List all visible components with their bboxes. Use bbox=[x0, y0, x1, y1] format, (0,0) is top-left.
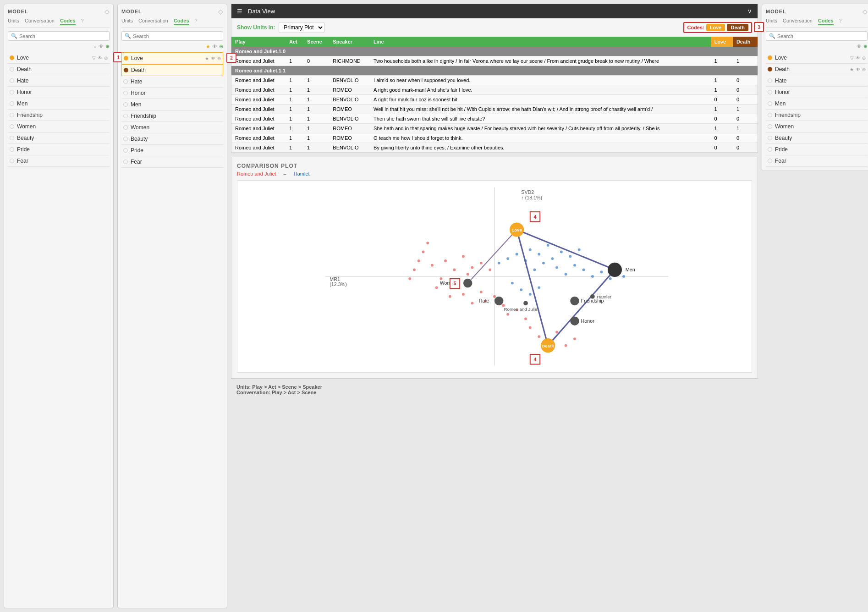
code-hate-right[interactable]: Hate bbox=[766, 75, 868, 87]
search-input-left[interactable] bbox=[19, 33, 106, 39]
remove-icon[interactable]: ⊖ bbox=[862, 55, 866, 61]
table-row[interactable]: Romeo and Juliet 1 1 BENVOLIO By giving … bbox=[231, 143, 758, 153]
svg-point-9 bbox=[431, 264, 434, 267]
code-honor-right[interactable]: Honor bbox=[766, 87, 868, 98]
remove-icon-right-death[interactable]: ⊖ bbox=[862, 67, 866, 72]
footer-units-label: Units: bbox=[236, 384, 251, 390]
filter-icon[interactable]: ▽ bbox=[92, 55, 96, 61]
tab-conversation-right[interactable]: Conversation bbox=[783, 18, 813, 25]
code-friendship-right[interactable]: Friendship bbox=[766, 110, 868, 121]
tab-units-right[interactable]: Units bbox=[766, 18, 777, 25]
eye-icon-right-death[interactable]: 👁 bbox=[856, 67, 860, 72]
eye-icon-left[interactable]: 👁 bbox=[99, 44, 104, 50]
code-beauty-left[interactable]: Beauty bbox=[8, 132, 110, 144]
table-row[interactable]: Romeo and Juliet 1 1 ROMEO Well in that … bbox=[231, 105, 758, 114]
filter-icon-right[interactable]: ▽ bbox=[850, 55, 854, 61]
code-death-right[interactable]: Death ★ 👁 ⊖ 7 bbox=[766, 64, 868, 75]
code-fear-middle[interactable]: Fear bbox=[121, 156, 223, 168]
cell-scene: 0 bbox=[303, 56, 329, 66]
table-row[interactable]: Romeo and Juliet 1 1 BENVOLIO Then she h… bbox=[231, 114, 758, 124]
legend-separator: – bbox=[284, 171, 286, 176]
code-fear-right[interactable]: Fear bbox=[766, 155, 868, 167]
eye-icon-right[interactable]: 👁 bbox=[857, 44, 862, 50]
eye-icon-middle[interactable]: 👁 bbox=[212, 44, 217, 50]
code-women-middle[interactable]: Women bbox=[121, 122, 223, 133]
code-hate-left[interactable]: Hate bbox=[8, 75, 110, 87]
code-beauty-right[interactable]: Beauty bbox=[766, 132, 868, 144]
eye-icon[interactable]: 👁 bbox=[98, 55, 102, 61]
code-honor-left[interactable]: Honor bbox=[8, 87, 110, 98]
tab-codes-right[interactable]: Codes bbox=[818, 18, 834, 25]
tab-codes-middle[interactable]: Codes bbox=[174, 18, 189, 25]
star-icon[interactable]: ★ bbox=[205, 56, 209, 61]
remove-icon[interactable]: ⊖ bbox=[217, 56, 221, 61]
table-row[interactable]: Romeo and Juliet 1 0 RICHMOND Two househ… bbox=[231, 56, 758, 66]
eye-icon[interactable]: 👁 bbox=[856, 55, 860, 61]
svg-point-7 bbox=[467, 273, 469, 276]
code-pride-left[interactable]: Pride bbox=[8, 144, 110, 155]
svg-point-16 bbox=[493, 295, 496, 298]
search-box-right[interactable]: 🔍 bbox=[766, 31, 868, 41]
cell-act: 1 bbox=[286, 56, 303, 66]
code-hate-middle[interactable]: Hate bbox=[121, 76, 223, 88]
search-box-left[interactable]: 🔍 bbox=[8, 31, 110, 41]
cell-speaker: ROMEO bbox=[329, 124, 370, 133]
code-label-beauty-right: Beauty bbox=[775, 135, 792, 141]
filter-icon-left[interactable]: ⬦ bbox=[93, 44, 97, 50]
men-death-line-hamlet bbox=[548, 270, 615, 345]
code-men-middle[interactable]: Men bbox=[121, 99, 223, 110]
cell-act: 1 bbox=[286, 76, 303, 85]
tab-codes-left[interactable]: Codes bbox=[60, 18, 76, 25]
code-love-right[interactable]: Love ▽ 👁 ⊖ 6 bbox=[766, 52, 868, 64]
code-beauty-middle[interactable]: Beauty bbox=[121, 133, 223, 145]
model-panel-left-header: MODEL ◇ bbox=[8, 8, 110, 15]
men-node-label: Men bbox=[626, 267, 635, 272]
code-pride-right[interactable]: Pride bbox=[766, 144, 868, 155]
cell-death-val: 0 bbox=[733, 133, 758, 143]
code-men-right[interactable]: Men bbox=[766, 98, 868, 110]
star-icon-right[interactable]: ★ bbox=[850, 67, 854, 72]
code-dot-pride-right bbox=[768, 147, 772, 152]
star-icon-middle[interactable]: ★ bbox=[206, 44, 210, 50]
code-love-left[interactable]: Love ▽ 👁 ⊖ 1 bbox=[8, 52, 110, 64]
hamburger-icon[interactable]: ☰ bbox=[237, 8, 242, 15]
code-dot-honor-left bbox=[10, 90, 14, 94]
table-row[interactable]: Romeo and Juliet 1 1 ROMEO O teach me ho… bbox=[231, 133, 758, 143]
love-men-line-hamlet bbox=[517, 230, 615, 270]
tab-conversation-middle[interactable]: Conversation bbox=[138, 18, 168, 25]
section-header-row: Romeo and Juliet.1.0 bbox=[231, 47, 758, 56]
code-dot-fear-left bbox=[10, 159, 14, 163]
table-row[interactable]: Romeo and Juliet 1 1 BENVOLIO A right fa… bbox=[231, 95, 758, 105]
cell-death-val: 0 bbox=[733, 76, 758, 85]
code-honor-middle[interactable]: Honor bbox=[121, 88, 223, 99]
code-women-right[interactable]: Women bbox=[766, 121, 868, 132]
annotation-4-top: 4 bbox=[533, 214, 536, 220]
code-list-middle: Love ★ 👁 ⊖ 2 Death Hate Honor Men Friend… bbox=[121, 52, 223, 168]
remove-icon[interactable]: ⊖ bbox=[104, 55, 108, 61]
svg-point-20 bbox=[524, 317, 527, 320]
table-row[interactable]: Romeo and Juliet 1 1 BENVOLIO I aim'd so… bbox=[231, 76, 758, 85]
collapse-icon[interactable]: ∨ bbox=[747, 8, 752, 15]
plus-icon-right[interactable]: ⊕ bbox=[863, 44, 868, 50]
code-fear-left[interactable]: Fear bbox=[8, 155, 110, 167]
code-women-left[interactable]: Women bbox=[8, 121, 110, 132]
search-input-right[interactable] bbox=[777, 33, 864, 39]
plus-icon-middle[interactable]: ⊕ bbox=[219, 44, 223, 50]
code-friendship-middle[interactable]: Friendship bbox=[121, 110, 223, 122]
code-love-middle[interactable]: Love ★ 👁 ⊖ 2 bbox=[121, 52, 223, 64]
tab-units-middle[interactable]: Units bbox=[121, 18, 133, 25]
eye-icon[interactable]: 👁 bbox=[211, 56, 215, 61]
search-box-middle[interactable]: 🔍 bbox=[121, 31, 223, 41]
code-death-left[interactable]: Death bbox=[8, 64, 110, 75]
primary-plot-select[interactable]: Primary Plot bbox=[279, 22, 324, 33]
code-pride-middle[interactable]: Pride bbox=[121, 145, 223, 156]
code-death-middle[interactable]: Death bbox=[121, 64, 223, 76]
table-row[interactable]: Romeo and Juliet 1 1 ROMEO She hath and … bbox=[231, 124, 758, 133]
code-friendship-left[interactable]: Friendship bbox=[8, 110, 110, 121]
table-row[interactable]: Romeo and Juliet 1 1 ROMEO A right good … bbox=[231, 85, 758, 95]
tab-conversation-left[interactable]: Conversation bbox=[25, 18, 55, 25]
search-input-middle[interactable] bbox=[133, 33, 220, 39]
code-men-left[interactable]: Men bbox=[8, 98, 110, 110]
tab-units-left[interactable]: Units bbox=[8, 18, 19, 25]
plus-icon-left[interactable]: ⊕ bbox=[105, 44, 110, 50]
